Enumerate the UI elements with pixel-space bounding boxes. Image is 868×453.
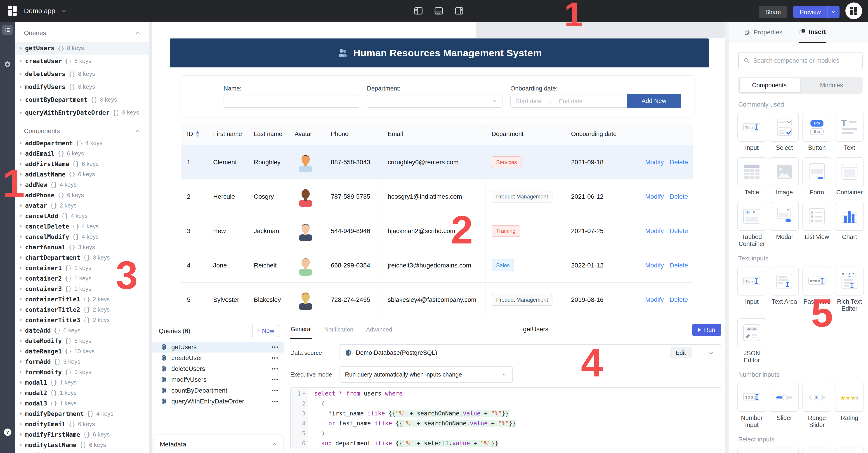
expand-caret-icon[interactable] (20, 111, 22, 114)
query-menu-icon[interactable]: ••• (272, 398, 279, 404)
collapse-chevron-icon[interactable] (135, 128, 141, 134)
component-tile[interactable]: Slider (770, 383, 799, 429)
component-tile[interactable]: Text Area (770, 266, 799, 312)
data-source-field[interactable]: Demo Database(PostgreSQL) Edit (340, 344, 721, 361)
expand-caret-icon[interactable] (20, 433, 22, 436)
editor-tab[interactable]: Notification (324, 320, 354, 339)
component-tile[interactable]: Modal (770, 202, 799, 248)
component-tile[interactable]: Table (737, 157, 766, 196)
component-tree-item[interactable]: addFirstName {} 6 keys (15, 159, 149, 169)
expand-caret-icon[interactable] (20, 391, 22, 394)
component-tree-item[interactable]: avatar {} 2 keys (15, 200, 149, 211)
expand-caret-icon[interactable] (20, 141, 22, 145)
toggle-modules[interactable]: Modules (800, 82, 863, 89)
toggle-right-panel-icon[interactable] (454, 6, 464, 16)
expand-caret-icon[interactable] (20, 246, 22, 249)
component-tile[interactable]: List View (802, 202, 831, 248)
query-menu-icon[interactable]: ••• (272, 355, 279, 361)
table-row[interactable]: 1 Clement Roughley 887-558-3043 croughle… (181, 145, 693, 179)
query-tree-item[interactable]: getUsers {} 8 keys (15, 41, 149, 55)
sort-icons[interactable] (196, 131, 199, 137)
edit-datasource-button[interactable]: Edit (670, 347, 692, 358)
column-header-first-name[interactable]: First name (207, 123, 248, 145)
toggle-left-panel-icon[interactable] (413, 6, 424, 16)
query-list-item[interactable]: modifyUsers ••• (152, 374, 284, 385)
component-tile[interactable] (737, 448, 766, 453)
delete-link[interactable]: Delete (670, 193, 688, 200)
query-list-item[interactable]: queryWithEntryDateOrder ••• (152, 396, 284, 407)
component-tile[interactable]: Image (770, 157, 799, 196)
expand-caret-icon[interactable] (20, 298, 22, 301)
component-tree-item[interactable]: chartAnnual {} 3 keys (15, 242, 149, 252)
component-tile[interactable]: Form (802, 157, 831, 196)
start-date-placeholder[interactable]: Start date (516, 98, 541, 105)
component-tile[interactable] (770, 448, 799, 453)
toggle-components[interactable]: Components (738, 82, 800, 89)
modify-link[interactable]: Modify (645, 193, 664, 200)
new-query-button[interactable]: + New (252, 325, 279, 337)
component-tree-item[interactable]: modal2 {} 1 keys (15, 388, 149, 398)
expand-caret-icon[interactable] (20, 73, 22, 76)
expand-caret-icon[interactable] (20, 277, 22, 280)
component-tile[interactable]: Container (835, 157, 864, 196)
expand-caret-icon[interactable] (20, 256, 22, 259)
expand-caret-icon[interactable] (20, 152, 22, 155)
column-header-id[interactable]: ID (181, 123, 207, 145)
modify-link[interactable]: Modify (645, 227, 664, 235)
app-switcher[interactable]: Demo app (0, 5, 67, 17)
column-header-avatar[interactable]: Avatar (289, 123, 325, 145)
date-range-picker[interactable]: Start date → End date (510, 94, 645, 108)
column-header-email[interactable]: Email (382, 123, 486, 145)
delete-link[interactable]: Delete (670, 296, 688, 304)
component-tile[interactable] (802, 448, 831, 453)
component-tile[interactable]: Rating (835, 383, 864, 429)
expand-caret-icon[interactable] (20, 59, 22, 63)
query-tree-item[interactable]: modifyUsers {} 8 keys (15, 80, 149, 93)
table-row[interactable]: 5 Sylvester Blakesley 728-274-2455 sblak… (181, 283, 693, 317)
component-tile[interactable]: Text (835, 113, 864, 151)
component-tree-item[interactable]: dateRange1 {} 10 keys (15, 346, 149, 357)
component-tree-item[interactable]: cancelAdd {} 4 keys (15, 211, 149, 221)
query-tree-item[interactable]: createUser {} 8 keys (15, 55, 149, 67)
expand-caret-icon[interactable] (20, 349, 22, 353)
expand-caret-icon[interactable] (20, 47, 22, 50)
query-list-item[interactable]: deleteUsers ••• (152, 363, 284, 374)
component-tree-item[interactable]: modifyDepartment {} 4 keys (15, 408, 149, 419)
component-tile[interactable]: Input (737, 266, 766, 312)
modify-link[interactable]: Modify (645, 296, 664, 304)
executive-mode-select[interactable]: Run query automatically when inputs chan… (340, 366, 513, 383)
toggle-bottom-panel-icon[interactable] (434, 6, 444, 16)
delete-link[interactable]: Delete (670, 227, 688, 235)
expand-caret-icon[interactable] (20, 402, 22, 405)
component-tree-item[interactable]: modifyLastName {} 6 keys (15, 440, 149, 450)
component-tile[interactable]: Range Slider (802, 383, 831, 429)
chevron-down-icon[interactable] (708, 350, 714, 357)
canvas-scrollbar[interactable] (725, 22, 729, 453)
name-filter-input[interactable] (223, 94, 359, 108)
query-list-item[interactable]: getUsers ••• (152, 342, 284, 352)
delete-link[interactable]: Delete (670, 262, 688, 269)
expand-caret-icon[interactable] (20, 422, 22, 426)
add-new-button[interactable]: Add New (627, 94, 681, 108)
query-menu-icon[interactable]: ••• (272, 377, 279, 383)
component-tree-item[interactable]: addNew {} 4 keys (15, 179, 149, 190)
component-tile[interactable]: JSON Editor (737, 318, 766, 364)
component-tile[interactable]: Chart (835, 202, 864, 248)
component-search-box[interactable] (738, 52, 863, 69)
component-tree-item[interactable]: modifyFirstName {} 6 keys (15, 429, 149, 440)
sort-asc-icon[interactable] (196, 131, 199, 134)
query-menu-icon[interactable]: ••• (272, 388, 279, 394)
component-tile[interactable]: Rich Text Editor (835, 266, 864, 312)
component-tree-item[interactable]: cancelModify {} 4 keys (15, 231, 149, 242)
expand-caret-icon[interactable] (20, 443, 22, 447)
column-header-onboarding-date[interactable]: Onboarding date (565, 123, 640, 145)
expand-caret-icon[interactable] (20, 329, 22, 332)
query-tree-item[interactable]: deleteUsers {} 8 keys (15, 67, 149, 80)
component-tile[interactable]: Number Input (737, 383, 766, 429)
sql-code-editor[interactable]: 1select * from users where2 (3 first_nam… (290, 387, 721, 450)
expand-caret-icon[interactable] (20, 370, 22, 374)
delete-link[interactable]: Delete (670, 159, 688, 166)
expand-caret-icon[interactable] (20, 98, 22, 102)
metadata-section[interactable]: Metadata (153, 435, 283, 453)
end-date-placeholder[interactable]: End date (559, 98, 583, 105)
